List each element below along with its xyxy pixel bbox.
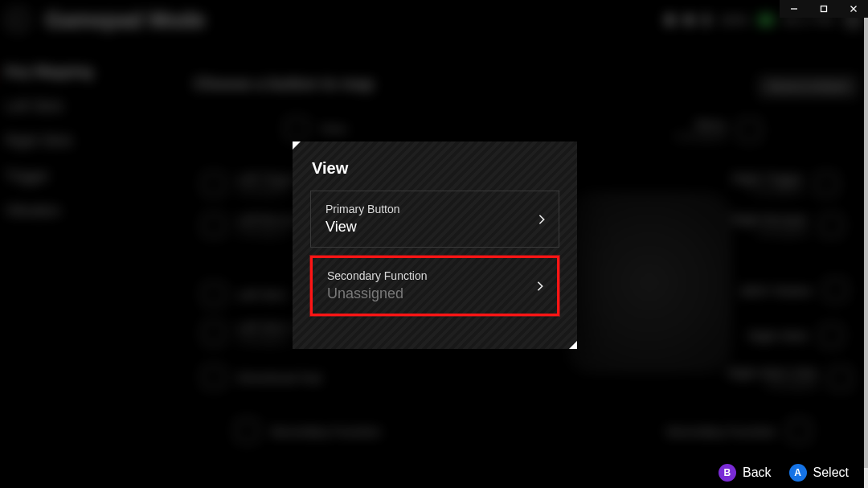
- hint-back: B Back: [719, 464, 772, 482]
- primary-option-value: View: [326, 219, 523, 236]
- hint-back-label: Back: [743, 465, 772, 480]
- minimize-button[interactable]: [780, 0, 809, 18]
- primary-option-label: Primary Button: [326, 203, 523, 215]
- footer-hints: B Back A Select: [719, 464, 849, 482]
- secondary-option-label: Secondary Function: [327, 269, 522, 282]
- hint-select: A Select: [789, 464, 849, 482]
- maximize-button[interactable]: [809, 0, 839, 18]
- dialog-corner-tl: [293, 141, 301, 150]
- chevron-right-icon: [536, 214, 547, 225]
- secondary-function-option[interactable]: Secondary Function Unassigned: [310, 256, 559, 316]
- svg-rect-0: [821, 6, 827, 12]
- a-button-icon: A: [789, 464, 807, 482]
- app-root: Gamepad Mode 100% 06:17 PM Key Mapping L…: [0, 0, 868, 488]
- close-button[interactable]: [838, 0, 868, 18]
- view-mapping-dialog: View Primary Button View Secondary Funct…: [293, 141, 577, 349]
- dialog-title: View: [312, 159, 566, 178]
- scrollbar[interactable]: [864, 0, 868, 488]
- dialog-corner-br: [569, 341, 577, 349]
- chevron-right-icon: [534, 281, 546, 292]
- primary-button-option[interactable]: Primary Button View: [310, 191, 559, 248]
- b-button-icon: B: [719, 464, 736, 482]
- secondary-option-value: Unassigned: [327, 285, 522, 302]
- hint-select-label: Select: [813, 465, 849, 480]
- window-controls: [780, 0, 868, 18]
